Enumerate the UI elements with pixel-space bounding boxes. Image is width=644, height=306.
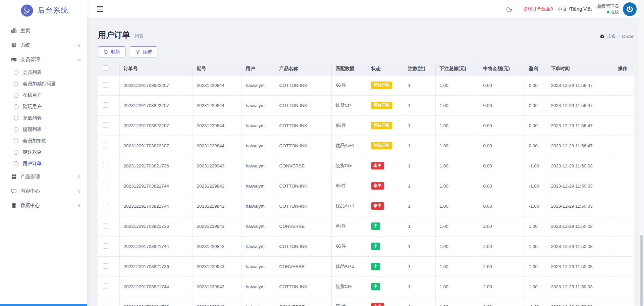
cell-period: 20231229844 <box>193 75 241 95</box>
row-checkbox[interactable] <box>103 263 108 269</box>
cell-order: 202312291703821744 <box>119 236 193 256</box>
logo[interactable]: 后台系统 <box>0 0 87 21</box>
row-checkbox[interactable] <box>103 304 108 306</box>
cell-user: haiwaiym <box>241 156 275 176</box>
dashboard-icon <box>600 34 605 39</box>
filter-icon <box>135 49 140 54</box>
scrollbar-thumb[interactable] <box>640 235 643 306</box>
status-badge: 未中 <box>371 182 384 190</box>
cell-bets: 1 <box>404 276 435 297</box>
admin-info: 超级管理员 在线 <box>597 3 619 15</box>
cell-period: 20231229943 <box>193 156 241 176</box>
filter-button-label: 筛选 <box>143 49 152 55</box>
cell-product: COTTON-INK <box>275 115 331 136</box>
cell-total: 1.00 <box>435 256 479 276</box>
sidebar-subitem-2-4[interactable]: 充值列表 <box>0 112 87 124</box>
grid-icon <box>11 174 17 180</box>
sidebar-item-2[interactable]: 会员管理 <box>0 52 87 67</box>
cell-status: 等待开奖 <box>367 136 404 156</box>
withdraw-orders-notice[interactable]: 提现订单数量0 <box>523 6 553 12</box>
row-checkbox[interactable] <box>103 284 108 289</box>
sidebar-subitem-2-0[interactable]: 会员列表 <box>0 67 87 78</box>
cell-match: 双/件 <box>331 297 367 306</box>
table-row: 20231229170382220720231229844haiwaiymCOT… <box>98 136 634 156</box>
cell-status: 等待开奖 <box>367 75 404 95</box>
cell-win: 0.00 <box>479 75 525 95</box>
sidebar-subitem-2-7[interactable]: 赠送彩金 <box>0 147 87 158</box>
sidebar-subitem-2-2[interactable]: 在线用户 <box>0 90 87 101</box>
sidebar-item-0[interactable]: 主页 <box>0 23 87 38</box>
cell-user: haiwaiym <box>241 136 275 156</box>
cell-product: CONVERSE <box>275 216 331 236</box>
cell-user: haiwaiym <box>241 256 275 276</box>
sidebar-subitem-2-8[interactable]: 用户订单 <box>0 158 87 169</box>
table-row: 20231229170382173620231229943haiwaiymCON… <box>98 256 634 276</box>
cell-win: 2.00 <box>479 216 525 236</box>
chat-icon <box>11 188 17 194</box>
row-checkbox[interactable] <box>103 223 108 228</box>
row-checkbox[interactable] <box>103 82 108 88</box>
row-checkbox[interactable] <box>103 122 108 128</box>
cell-match: 单/件 <box>331 176 367 196</box>
avatar[interactable] <box>623 2 637 16</box>
column-header-9: 盈利 <box>525 62 547 75</box>
cell-order: 202312291703821736 <box>119 216 193 236</box>
status-badge: 中 <box>371 263 380 270</box>
cell-match: 单/件 <box>331 115 367 136</box>
cell-match: 统货Ct+ <box>331 276 367 297</box>
cell-match: 优品Ar+1 <box>331 136 367 156</box>
sidebar-item-label: 产品管理 <box>20 173 77 180</box>
cell-win: 0.00 <box>479 115 525 136</box>
orders-table: 订单号期号用户产品名称匹配数据状态注数(注)下注总额(元)中将金额(元)盈利下单… <box>98 62 634 306</box>
cell-bets: 1 <box>404 297 435 306</box>
cell-product: CONVERSE <box>275 256 331 276</box>
cell-win: 0.00 <box>479 95 525 115</box>
cell-profit: 1.00 <box>525 236 547 256</box>
column-header-3: 产品名称 <box>275 62 331 75</box>
cell-bets: 1 <box>404 95 435 115</box>
sidebar-menu: 主页系统会员管理会员列表会员加减打码量在线用户陪玩用户充值列表提现列表会员加扣款… <box>0 21 87 213</box>
cell-time: 2023-12-29 11:56:47 <box>547 115 614 136</box>
cell-product: COTTON-INK <box>275 75 331 95</box>
row-checkbox[interactable] <box>103 183 108 188</box>
sidebar-item-3[interactable]: 产品管理 <box>0 169 87 184</box>
breadcrumb-home[interactable]: 主页 <box>607 33 616 39</box>
cell-bets: 1 <box>404 136 435 156</box>
sidebar-item-1[interactable]: 系统 <box>0 38 87 52</box>
topbar: 提现订单数量0 中文 /Tiếng Việt 超级管理员 在线 <box>87 0 644 18</box>
column-header-1: 期号 <box>193 62 241 75</box>
scrollbar-track[interactable] <box>639 0 644 306</box>
sidebar-subitem-2-3[interactable]: 陪玩用户 <box>0 101 87 112</box>
cell-actions <box>614 176 634 196</box>
sidebar-subitem-2-1[interactable]: 会员加减打码量 <box>0 78 87 90</box>
row-checkbox[interactable] <box>103 203 108 208</box>
table-row: 20231229170382174420231229842haiwaiymCOT… <box>98 196 634 216</box>
circle-bullet-icon <box>14 127 18 132</box>
cell-user: haiwaiym <box>241 95 275 115</box>
hamburger-menu-icon[interactable] <box>97 6 103 11</box>
dark-mode-toggle-moon-icon[interactable] <box>506 5 513 13</box>
cell-order: 202312291703821736 <box>119 297 193 306</box>
select-all-checkbox[interactable] <box>103 65 108 71</box>
language-switcher[interactable]: 中文 /Tiếng Việt <box>557 6 592 12</box>
row-checkbox[interactable] <box>103 163 108 168</box>
refresh-button[interactable]: 刷新 <box>98 46 125 57</box>
sidebar-subitem-2-6[interactable]: 会员加扣款 <box>0 135 87 147</box>
sidebar-item-5[interactable]: 数据中心 <box>0 198 87 213</box>
app-root: 后台系统 主页系统会员管理会员列表会员加减打码量在线用户陪玩用户充值列表提现列表… <box>0 0 644 306</box>
row-checkbox[interactable] <box>103 243 108 249</box>
cell-profit: 1.00 <box>525 216 547 236</box>
cell-actions <box>614 256 634 276</box>
online-status-label: 在线 <box>611 9 619 15</box>
cell-match: 单/件 <box>331 216 367 236</box>
cell-status: 未中 <box>367 156 404 176</box>
cell-bets: 1 <box>404 176 435 196</box>
sidebar-subitem-2-5[interactable]: 提现列表 <box>0 124 87 135</box>
row-checkbox[interactable] <box>103 102 108 108</box>
cell-profit: -1.00 <box>525 297 547 306</box>
cell-win: 2.00 <box>479 276 525 297</box>
filter-button[interactable]: 筛选 <box>130 46 157 57</box>
sidebar-item-4[interactable]: 内容中心 <box>0 184 87 198</box>
row-checkbox[interactable] <box>103 143 108 148</box>
cell-win: 0.00 <box>479 156 525 176</box>
